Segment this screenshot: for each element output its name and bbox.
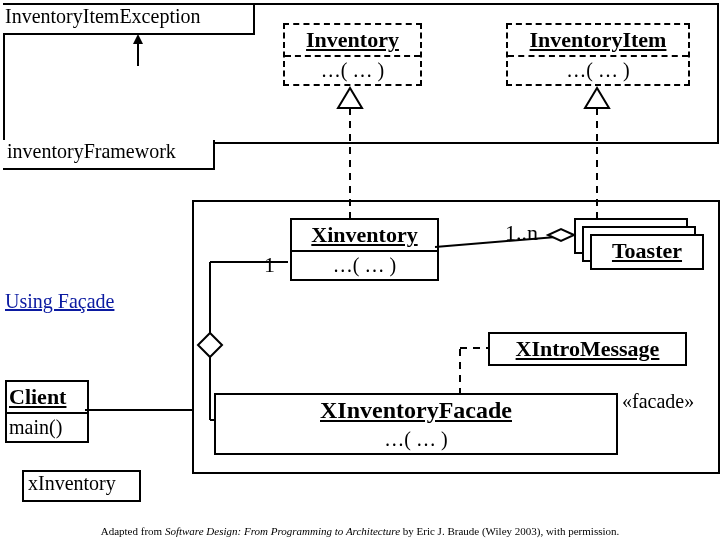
xinventory-class: Xinventory …( … ) [290, 218, 439, 281]
xinventory-method: …( … ) [292, 250, 437, 279]
client-method: main() [7, 412, 87, 441]
multiplicity-right: 1..n [505, 220, 538, 246]
inventory-item-exception-class: InventoryItemException [3, 5, 255, 35]
client-name: Client [7, 382, 87, 412]
top-package-label: inventoryFramework [3, 140, 215, 170]
inventory-class: Inventory …( … ) [283, 23, 422, 86]
inventory-item-name: InventoryItem [508, 25, 688, 55]
credit-title: Software Design: From Programming to Arc… [165, 525, 400, 537]
inventory-name: Inventory [285, 25, 420, 55]
xinventory-facade-method: …( … ) [216, 426, 616, 453]
toaster-class: Toaster [590, 234, 704, 270]
xinventory-name: Xinventory [292, 220, 437, 250]
inventory-item-class: InventoryItem …( … ) [506, 23, 690, 86]
xinventory-facade-name: XInventoryFacade [216, 395, 616, 426]
xinventory-facade-class: XInventoryFacade …( … ) [214, 393, 618, 455]
inventory-item-method: …( … ) [508, 55, 688, 84]
inventory-method: …( … ) [285, 55, 420, 84]
multiplicity-left: 1 [264, 252, 275, 278]
bottom-package-label: xInventory [22, 470, 141, 502]
toaster-name: Toaster [592, 236, 702, 266]
credit-prefix: Adapted from [101, 525, 165, 537]
xintro-message-class: XIntroMessage [488, 332, 687, 366]
inventory-item-exception-label: InventoryItemException [3, 5, 253, 28]
facade-stereotype: «facade» [622, 390, 694, 413]
credit-line: Adapted from Software Design: From Progr… [0, 525, 720, 537]
xintro-message-name: XIntroMessage [490, 334, 685, 364]
using-facade-link[interactable]: Using Façade [5, 290, 114, 313]
credit-suffix: by Eric J. Braude (Wiley 2003), with per… [400, 525, 619, 537]
client-class: Client main() [5, 380, 89, 443]
